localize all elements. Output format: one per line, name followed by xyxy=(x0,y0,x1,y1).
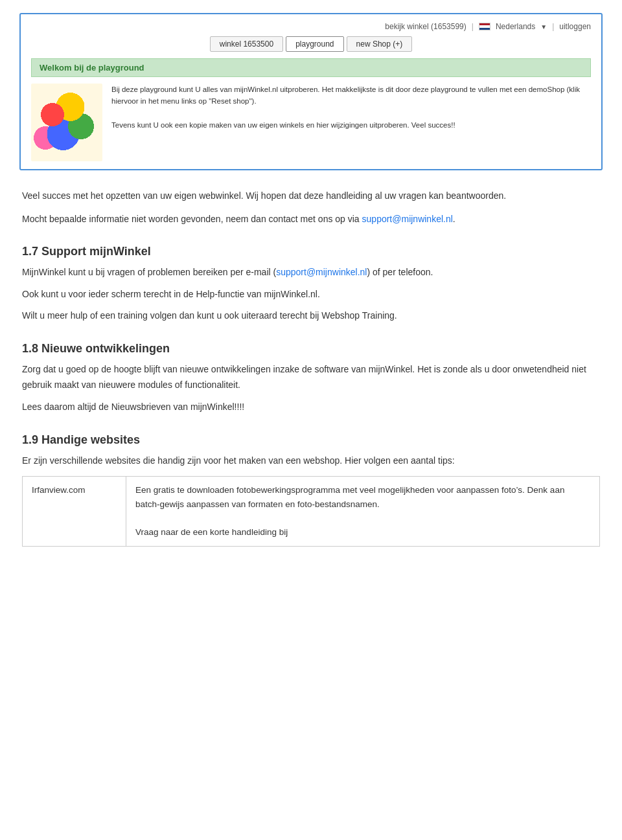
table-cell-site: Irfanview.com xyxy=(23,477,126,546)
screenshot-body-text: Bij deze playground kunt U alles van mij… xyxy=(111,84,591,161)
colorful-hands-image xyxy=(31,84,102,161)
separator1: | xyxy=(472,22,474,31)
separator2: | xyxy=(552,22,554,31)
screenshot-text2: Tevens kunt U ook een kopie maken van uw… xyxy=(111,119,591,131)
screenshot-preview: bekijk winkel (1653599) | Nederlands ▼ |… xyxy=(19,13,603,170)
section-18-text2: Lees daarom altijd de Nieuwsbrieven van … xyxy=(22,400,600,415)
intro-text2: Mocht bepaalde informatie niet worden ge… xyxy=(22,214,360,224)
table-desc-text: Een gratis te downloaden fotobewerkingsp… xyxy=(135,485,564,509)
nav-newshop-button[interactable]: new Shop (+) xyxy=(347,36,413,52)
section-17-text1: MijnWinkel kunt u bij vragen of probleme… xyxy=(22,265,600,280)
screenshot-nav: winkel 1653500 playground new Shop (+) xyxy=(31,36,591,52)
main-content: Veel succes met het opzetten van uw eige… xyxy=(19,188,603,547)
support-email-link1[interactable]: support@mijnwinkel.nl xyxy=(362,214,453,224)
section-19-heading: 1.9 Handige websites xyxy=(22,433,600,447)
intro-text1: Veel succes met het opzetten van uw eige… xyxy=(22,190,506,201)
nav-playground-button[interactable]: playground xyxy=(286,36,343,52)
view-shop-link[interactable]: bekijk winkel (1653599) xyxy=(385,22,466,31)
section-17-heading: 1.7 Support mijnWinkel xyxy=(22,245,600,258)
table-cell-description: Een gratis te downloaden fotobewerkingsp… xyxy=(126,477,600,546)
section-19-intro: Er zijn verschillende websites die handi… xyxy=(22,453,600,469)
language-selector[interactable]: Nederlands xyxy=(496,22,535,31)
section17-text1-after: ) of per telefoon. xyxy=(367,267,433,277)
screenshot-topbar: bekijk winkel (1653599) | Nederlands ▼ |… xyxy=(31,22,591,31)
websites-table: Irfanview.com Een gratis te downloaden f… xyxy=(22,476,600,546)
section-18-text1: Zorg dat u goed op de hoogte blijft van … xyxy=(22,362,600,393)
intro-paragraph2: Mocht bepaalde informatie niet worden ge… xyxy=(22,212,600,226)
screenshot-content: Bij deze playground kunt U alles van mij… xyxy=(31,84,591,161)
table-row: Irfanview.com Een gratis te downloaden f… xyxy=(23,477,600,546)
dropdown-arrow-icon: ▼ xyxy=(540,23,547,30)
playground-image xyxy=(31,84,102,161)
nav-winkel-button[interactable]: winkel 1653500 xyxy=(210,36,283,52)
table-desc-text2: Vraag naar de een korte handleiding bij xyxy=(135,527,288,537)
section-17-text2: Ook kunt u voor ieder scherm terecht in … xyxy=(22,287,600,302)
flag-icon xyxy=(479,23,490,30)
welcome-text: Welkom bij de playground xyxy=(40,63,144,73)
section17-text1-before: MijnWinkel kunt u bij vragen of probleme… xyxy=(22,267,276,277)
section-17-text3: Wilt u meer hulp of een training volgen … xyxy=(22,308,600,324)
section-18-heading: 1.8 Nieuwe ontwikkelingen xyxy=(22,342,600,356)
welcome-bar: Welkom bij de playground xyxy=(31,58,591,77)
support-email-link2[interactable]: support@mijnwinkel.nl xyxy=(276,267,367,277)
logout-link[interactable]: uitloggen xyxy=(559,22,591,31)
intro-paragraph1: Veel succes met het opzetten van uw eige… xyxy=(22,188,600,203)
screenshot-text1: Bij deze playground kunt U alles van mij… xyxy=(111,84,591,108)
intro-text2-end: . xyxy=(453,214,455,224)
